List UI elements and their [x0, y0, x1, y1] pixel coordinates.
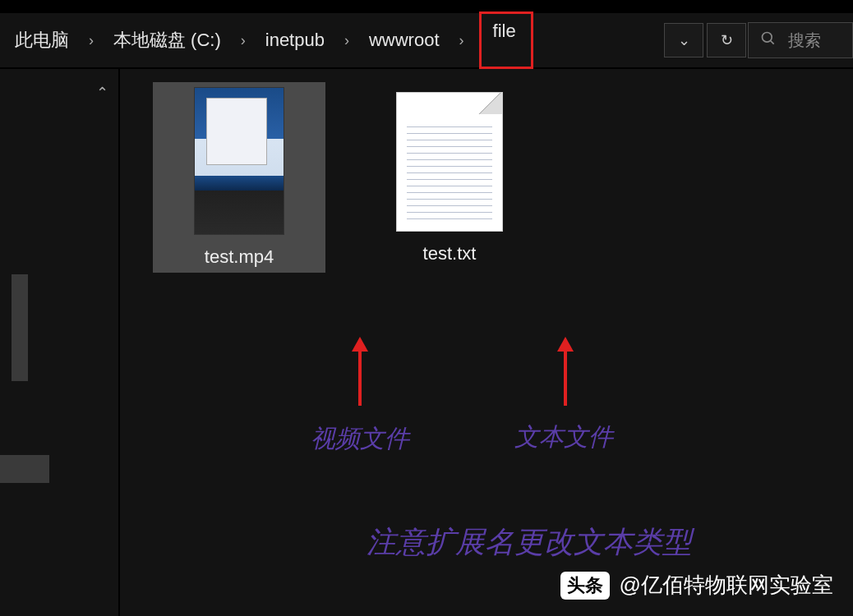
- file-name-label: test.mp4: [205, 246, 274, 268]
- crumb-file[interactable]: file: [479, 11, 533, 69]
- file-item-text[interactable]: test.txt: [363, 82, 536, 273]
- crumb-this-pc[interactable]: 此电脑: [10, 25, 74, 56]
- search-icon: [760, 30, 777, 51]
- breadcrumb-separator: ›: [229, 32, 257, 49]
- video-thumbnail-icon: [194, 87, 284, 235]
- navigation-tree-panel: ⌃: [0, 69, 120, 616]
- annotation-note: 注意扩展名更改文本类型: [367, 522, 692, 563]
- file-list-area: test.mp4 test.txt 视频文件 文本文件 注意扩展名更改文本类型: [120, 69, 853, 616]
- file-item-video[interactable]: test.mp4: [153, 82, 325, 273]
- breadcrumb: 此电脑 › 本地磁盘 (C:) › inetpub › wwwroot › fi…: [10, 23, 533, 57]
- file-name-label: test.txt: [423, 243, 477, 264]
- history-dropdown-button[interactable]: ⌄: [664, 23, 703, 57]
- tree-scrollbar[interactable]: [12, 274, 28, 381]
- watermark-logo: 头条: [560, 572, 610, 600]
- tree-scrollbar-h[interactable]: [0, 455, 49, 483]
- crumb-wwwroot[interactable]: wwwroot: [364, 26, 445, 54]
- annotation-text-label: 文本文件: [514, 421, 613, 454]
- watermark-author: @亿佰特物联网实验室: [620, 571, 833, 600]
- svg-line-1: [771, 40, 774, 44]
- text-file-icon: [396, 92, 503, 232]
- annotation-video-label: 视频文件: [311, 422, 409, 456]
- search-input[interactable]: 搜索: [748, 22, 853, 58]
- annotation-arrow-icon: [358, 348, 362, 406]
- address-bar: 此电脑 › 本地磁盘 (C:) › inetpub › wwwroot › fi…: [0, 13, 853, 69]
- annotation-arrow-icon: [564, 348, 567, 406]
- crumb-inetpub[interactable]: inetpub: [261, 26, 330, 54]
- collapse-tree-icon[interactable]: ⌃: [96, 84, 108, 102]
- svg-point-0: [763, 32, 772, 42]
- breadcrumb-separator: ›: [333, 32, 361, 49]
- search-placeholder: 搜索: [788, 30, 821, 52]
- breadcrumb-separator: ›: [448, 32, 476, 49]
- watermark: 头条 @亿佰特物联网实验室: [560, 571, 833, 600]
- refresh-button[interactable]: ↻: [707, 23, 746, 57]
- crumb-c-drive[interactable]: 本地磁盘 (C:): [108, 25, 226, 56]
- breadcrumb-separator: ›: [77, 32, 105, 49]
